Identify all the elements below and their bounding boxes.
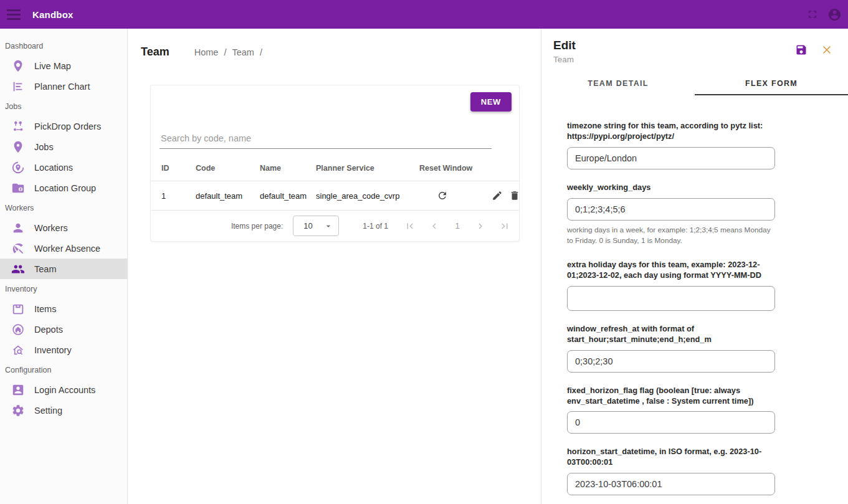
sidebar-item-depots[interactable]: Depots xyxy=(0,319,127,340)
next-page-icon[interactable] xyxy=(475,221,486,232)
sidebar-item-workers[interactable]: Workers xyxy=(0,217,127,238)
field-label: extra holiday days for this team, exampl… xyxy=(567,260,775,281)
column-header-name: Name xyxy=(260,164,316,173)
breadcrumb: Home / Team / xyxy=(194,47,262,57)
sidebar-item-label: Live Map xyxy=(34,61,71,71)
team-list-card: NEW ID Code Name Planner Service Reset W… xyxy=(150,85,520,242)
table-row: 1 default_team default_team single_area_… xyxy=(151,181,519,211)
sidebar-item-planner-chart[interactable]: Planner Chart xyxy=(0,76,127,97)
sidebar-item-label: Depots xyxy=(34,325,63,335)
sidebar-item-label: Workers xyxy=(34,223,68,233)
horizon-start-datetime-input[interactable] xyxy=(567,473,775,495)
paginator: Items per page: 10 1-1 of 1 1 xyxy=(151,211,519,241)
window-refresh-at-input[interactable] xyxy=(567,350,775,373)
field-label: window_refresh_at with format of start_h… xyxy=(567,324,775,345)
form-field-window-refresh-at: window_refresh_at with format of start_h… xyxy=(567,324,775,373)
items-per-page-label: Items per page: xyxy=(231,222,283,231)
sidebar-item-label: Jobs xyxy=(34,142,54,152)
panel-tabs: TEAM DETAIL FLEX FORM xyxy=(541,73,848,95)
form-field-extra-holiday-days: extra holiday days for this team, exampl… xyxy=(567,260,775,311)
column-header-reset-window: Reset Window xyxy=(419,164,492,173)
extra-holiday-days-input[interactable] xyxy=(567,286,775,311)
sidebar-item-worker-absence[interactable]: Worker Absence xyxy=(0,238,127,259)
sidebar-item-label: Setting xyxy=(34,406,62,416)
page-number-button[interactable]: 1 xyxy=(453,221,462,231)
topbar: Kandbox xyxy=(0,0,848,29)
sidebar-item-label: Login Accounts xyxy=(34,385,95,395)
sidebar-item-location-group[interactable]: Location Group xyxy=(0,178,127,198)
app-title: Kandbox xyxy=(32,9,74,20)
sidebar-item-label: Planner Chart xyxy=(34,82,90,92)
field-label: weekly_working_days xyxy=(567,183,775,193)
field-label: timezone string for this team, according… xyxy=(567,121,775,142)
sidebar-item-pickdrop-orders[interactable]: PickDrop Orders xyxy=(0,116,127,136)
team-table: ID Code Name Planner Service Reset Windo… xyxy=(151,155,519,211)
sidebar-item-items[interactable]: Items xyxy=(0,298,127,319)
sidebar-item-label: Team xyxy=(34,264,56,274)
page-range-label: 1-1 of 1 xyxy=(363,222,388,231)
prev-page-icon[interactable] xyxy=(429,221,440,232)
page-size-select[interactable]: 10 xyxy=(293,216,339,236)
login-accounts-icon xyxy=(11,383,25,397)
beach-umbrella-icon xyxy=(11,242,25,255)
sidebar-item-label: Inventory xyxy=(34,345,72,355)
cell-name: default_team xyxy=(260,191,316,201)
form-field-weekly-working-days: weekly_working_days working days in a we… xyxy=(567,183,775,247)
column-header-code: Code xyxy=(196,164,260,173)
sidebar-item-setting[interactable]: Setting xyxy=(0,400,127,421)
weekly-working-days-input[interactable] xyxy=(567,198,775,221)
new-button[interactable]: NEW xyxy=(470,92,512,112)
sidebar-section-dashboard: Dashboard xyxy=(0,36,127,55)
breadcrumb-separator: / xyxy=(260,47,262,57)
cell-code: default_team xyxy=(196,191,260,201)
search-input[interactable] xyxy=(160,131,492,149)
tab-flex-form[interactable]: FLEX FORM xyxy=(695,73,848,95)
delete-trash-icon[interactable] xyxy=(509,190,520,201)
locations-radar-icon xyxy=(11,161,25,174)
timezone-input[interactable] xyxy=(567,147,775,169)
flex-form[interactable]: timezone string for this team, according… xyxy=(541,95,848,504)
account-icon[interactable] xyxy=(827,7,842,22)
menu-icon[interactable] xyxy=(7,9,21,20)
sidebar-section-inventory: Inventory xyxy=(0,279,127,298)
column-header-planner-service: Planner Service xyxy=(316,164,419,173)
jobs-pin-icon xyxy=(11,140,25,154)
panel-title: Edit xyxy=(553,39,795,52)
form-field-horizon-start-datetime: horizon_start_datetime, in ISO format, e… xyxy=(567,447,775,495)
tab-team-detail[interactable]: TEAM DETAIL xyxy=(541,73,695,95)
table-header-row: ID Code Name Planner Service Reset Windo… xyxy=(151,155,519,181)
breadcrumb-team[interactable]: Team xyxy=(232,47,254,57)
column-header-id: ID xyxy=(161,164,196,173)
settings-gear-icon xyxy=(11,404,25,417)
sidebar-item-label: Worker Absence xyxy=(34,244,100,254)
chevron-down-icon xyxy=(323,221,333,231)
sidebar-item-label: PickDrop Orders xyxy=(34,121,101,131)
form-field-fixed-horizon-flag: fixed_horizon_flag flag (boolean [true: … xyxy=(567,386,775,434)
fixed-horizon-flag-input[interactable] xyxy=(567,411,775,434)
field-helper-text: working days in a week, for example: 1;2… xyxy=(567,225,775,247)
sidebar-item-inventory[interactable]: Inventory xyxy=(0,340,127,360)
field-label: horizon_start_datetime, in ISO format, e… xyxy=(567,447,775,468)
edit-pencil-icon[interactable] xyxy=(492,190,503,201)
last-page-icon[interactable] xyxy=(499,221,510,232)
sidebar-item-jobs[interactable]: Jobs xyxy=(0,136,127,157)
save-icon[interactable] xyxy=(795,44,808,56)
form-field-timezone: timezone string for this team, according… xyxy=(567,121,775,169)
map-pin-icon xyxy=(11,59,25,73)
breadcrumb-home[interactable]: Home xyxy=(194,47,219,57)
field-label: fixed_horizon_flag flag (boolean [true: … xyxy=(567,386,775,407)
main-content: Team Home / Team / NEW ID Code Name Plan… xyxy=(128,29,541,504)
sidebar-item-team[interactable]: Team xyxy=(0,259,127,279)
sidebar: Dashboard Live Map Planner Chart Jobs Pi… xyxy=(0,29,128,504)
worker-person-icon xyxy=(11,221,25,235)
fullscreen-icon[interactable] xyxy=(806,8,819,21)
page-title: Team xyxy=(141,45,169,59)
sidebar-item-live-map[interactable]: Live Map xyxy=(0,55,127,76)
location-group-folder-icon xyxy=(11,181,25,195)
sidebar-section-jobs: Jobs xyxy=(0,97,127,116)
sidebar-item-login-accounts[interactable]: Login Accounts xyxy=(0,379,127,400)
sidebar-item-locations[interactable]: Locations xyxy=(0,157,127,178)
first-page-icon[interactable] xyxy=(404,221,416,232)
close-icon[interactable] xyxy=(821,44,833,56)
refresh-icon[interactable] xyxy=(437,190,492,201)
